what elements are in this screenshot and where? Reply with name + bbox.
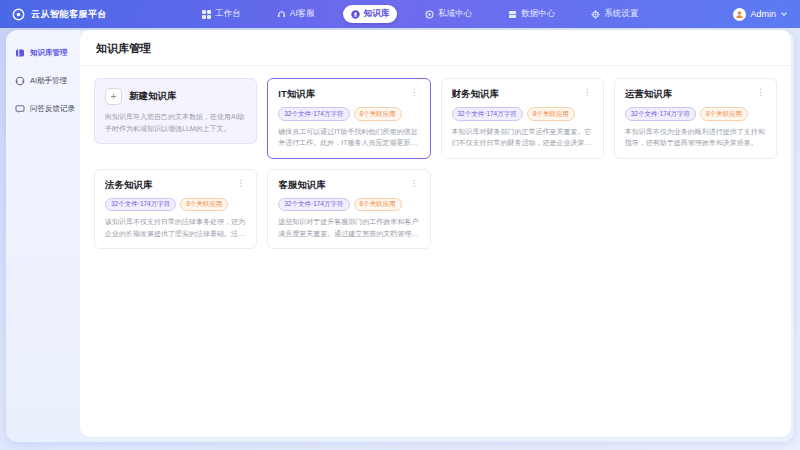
sidebar-item-ai-assistant-management[interactable]: AI助手管理 xyxy=(6,68,80,94)
sidebar-item-label: 问答反馈记录 xyxy=(30,104,75,114)
nav-item-knowledge[interactable]: 知识库 xyxy=(343,5,398,23)
card-description: 确保员工可以通过IT助手找到他们所需的信息并进行工作。此外，IT服务人员应定期更… xyxy=(278,126,419,149)
grid-icon xyxy=(202,10,211,19)
chat-icon xyxy=(15,104,25,114)
user-name: Admin xyxy=(750,9,776,19)
kebab-menu-icon[interactable]: ⋮ xyxy=(235,179,246,188)
files-badge: 32个文件·174万字符 xyxy=(452,107,523,121)
files-badge: 32个文件·174万字符 xyxy=(278,198,349,212)
card-description: 本知识库对财务部门的正常运作至关重要。它们不仅支持日常的财务活动，还是企业决策和… xyxy=(452,126,593,149)
apps-badge: 8个关联应用 xyxy=(354,198,402,212)
knowledge-base-grid: + 新建知识库 向知识库导入您自己的文本数据，在使用AI助手时作为私域知识以增强… xyxy=(80,66,791,261)
card-title: 运营知识库 xyxy=(625,88,673,101)
nav-item-label: 私域中心 xyxy=(438,8,472,20)
apps-badge: 8个关联应用 xyxy=(527,107,575,121)
files-badge: 32个文件·174万字符 xyxy=(625,107,696,121)
database-icon xyxy=(508,10,517,19)
card-it-knowledge-base[interactable]: IT知识库 ⋮ 32个文件·174万字符 8个关联应用 确保员工可以通过IT助手… xyxy=(267,78,430,159)
app-shell: 知识库管理 AI助手管理 问答反馈记录 知识库管理 + 新建知识库 xyxy=(6,30,794,442)
apps-badge: 8个关联应用 xyxy=(180,198,228,212)
sidebar-item-qa-feedback[interactable]: 问答反馈记录 xyxy=(6,96,80,122)
nav-item-label: 工作台 xyxy=(215,8,241,20)
nav-item-workbench[interactable]: 工作台 xyxy=(194,5,249,23)
page-title: 知识库管理 xyxy=(96,41,775,56)
nav-item-label: 系统设置 xyxy=(604,8,638,20)
kebab-menu-icon[interactable]: ⋮ xyxy=(409,88,420,97)
sidebar-item-knowledge-management[interactable]: 知识库管理 xyxy=(6,40,80,66)
book-icon xyxy=(15,48,25,58)
nav-item-label: 知识库 xyxy=(364,8,390,20)
app-logo: 云从智能客服平台 xyxy=(12,8,107,21)
nav-item-settings[interactable]: 系统设置 xyxy=(583,5,646,23)
card-operations-knowledge-base[interactable]: 运营知识库 ⋮ 32个文件·174万字符 8个关联应用 本知识库不仅为业务的顺利… xyxy=(614,78,777,159)
primary-nav: 工作台 AI客服 知识库 私域中心 数据中心 xyxy=(194,5,646,23)
globe-icon xyxy=(425,10,434,19)
nav-item-data-center[interactable]: 数据中心 xyxy=(500,5,563,23)
sidebar-item-label: AI助手管理 xyxy=(30,76,67,86)
user-avatar-icon xyxy=(733,8,746,21)
logo-icon xyxy=(12,8,25,21)
card-title: IT知识库 xyxy=(278,88,315,101)
apps-badge: 8个关联应用 xyxy=(700,107,748,121)
card-description: 这些知识对于提升客服部门的工作效率和客户满意度至关重要。通过建立完善的文档管理系… xyxy=(278,216,419,239)
card-description: 向知识库导入您自己的文本数据，在使用AI助手时作为私域知识以增强LLM的上下文。 xyxy=(105,111,246,134)
card-description: 本知识库不仅为业务的顺利进行提供了支持和指导，还有助于提高管理效率和决策质量。 xyxy=(625,126,766,149)
files-badge: 32个文件·174万字符 xyxy=(105,198,176,212)
card-title: 法务知识库 xyxy=(105,179,153,192)
plus-icon: + xyxy=(105,88,122,105)
card-legal-knowledge-base[interactable]: 法务知识库 ⋮ 32个文件·174万字符 8个关联应用 该知识库不仅支持日常的法… xyxy=(94,169,257,250)
kebab-menu-icon[interactable]: ⋮ xyxy=(755,88,766,97)
headset-icon xyxy=(15,76,25,86)
new-knowledge-base-card[interactable]: + 新建知识库 向知识库导入您自己的文本数据，在使用AI助手时作为私域知识以增强… xyxy=(94,78,257,144)
nav-item-label: AI客服 xyxy=(290,8,315,20)
headset-icon xyxy=(277,10,286,19)
chevron-down-icon xyxy=(780,11,788,17)
knowledge-icon xyxy=(351,10,360,19)
card-customer-service-knowledge-base[interactable]: 客服知识库 ⋮ 32个文件·174万字符 8个关联应用 这些知识对于提升客服部门… xyxy=(267,169,430,250)
sidebar: 知识库管理 AI助手管理 问答反馈记录 xyxy=(6,30,80,442)
sidebar-item-label: 知识库管理 xyxy=(30,48,68,58)
user-menu[interactable]: Admin xyxy=(733,8,788,21)
card-title: 财务知识库 xyxy=(452,88,500,101)
card-title: 客服知识库 xyxy=(278,179,326,192)
main-panel: 知识库管理 + 新建知识库 向知识库导入您自己的文本数据，在使用AI助手时作为私… xyxy=(80,30,791,437)
apps-badge: 8个关联应用 xyxy=(354,107,402,121)
nav-item-label: 数据中心 xyxy=(521,8,555,20)
card-finance-knowledge-base[interactable]: 财务知识库 ⋮ 32个文件·174万字符 8个关联应用 本知识库对财务部门的正常… xyxy=(441,78,604,159)
main-header: 知识库管理 xyxy=(80,30,791,66)
gear-icon xyxy=(591,10,600,19)
nav-item-ai-service[interactable]: AI客服 xyxy=(269,5,323,23)
kebab-menu-icon[interactable]: ⋮ xyxy=(582,88,593,97)
nav-item-private-domain[interactable]: 私域中心 xyxy=(417,5,480,23)
files-badge: 32个文件·174万字符 xyxy=(278,107,349,121)
card-description: 该知识库不仅支持日常的法律事务处理，还为企业的长期发展提供了坚实的法律基础。法务… xyxy=(105,216,246,239)
top-navbar: 云从智能客服平台 工作台 AI客服 知识库 私域中心 xyxy=(0,0,800,28)
card-title: 新建知识库 xyxy=(129,90,177,103)
logo-text: 云从智能客服平台 xyxy=(31,8,107,21)
kebab-menu-icon[interactable]: ⋮ xyxy=(409,179,420,188)
